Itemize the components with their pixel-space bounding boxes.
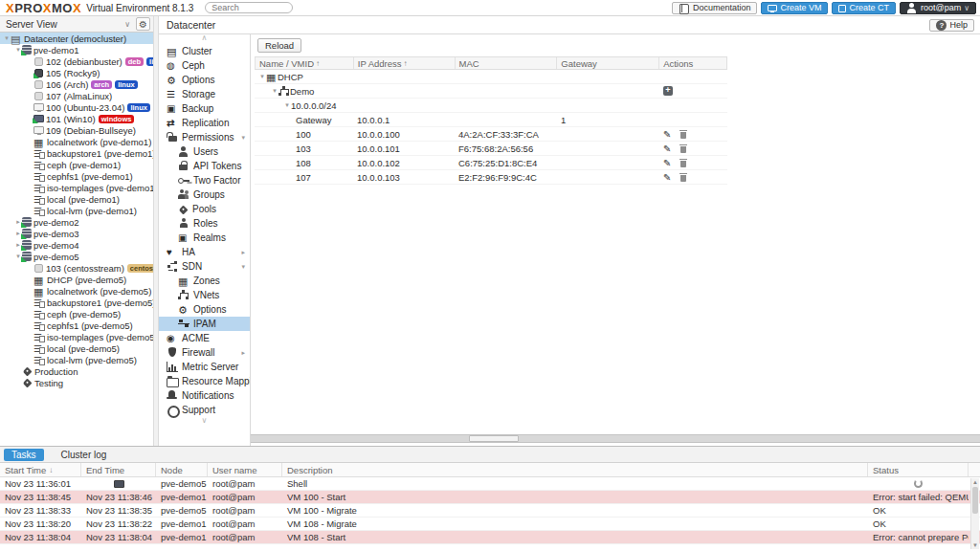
chevron-open-icon[interactable]: ▾ [271,87,278,95]
add-button-icon[interactable] [663,86,673,96]
tree-item-101-win10[interactable]: 101 (Win10)windows [0,113,153,124]
chevron-open-icon[interactable]: ▾ [283,101,291,109]
menu-item-notifications[interactable]: Notifications [159,388,250,403]
column-header-user-name[interactable]: User name [208,463,282,476]
menu-item-cluster[interactable]: Cluster [159,44,250,58]
ipam-row-107[interactable]: 10710.0.0.103E2:F2:96:F9:9C:4C [255,170,727,185]
menu-item-two-factor[interactable]: Two Factor [159,173,250,187]
tree-item-local-lvm-pve-demo1[interactable]: local-lvm (pve-demo1) [0,205,153,216]
column-header-actions[interactable]: Actions [658,57,726,69]
ipam-row-10-0-0-0-24[interactable]: ▾10.0.0.0/24 [255,99,727,113]
menu-item-users[interactable]: Users [159,144,250,159]
chevron-closed-icon[interactable]: ▸ [14,241,22,249]
task-row[interactable]: Nov 23 11:38:33Nov 23 11:38:35pve-demo5r… [0,504,980,518]
menu-item-zones[interactable]: Zones [159,274,250,288]
documentation-button[interactable]: Documentation [672,2,758,14]
menu-item-options[interactable]: Options [159,73,250,87]
tree-item-102-debianbuster[interactable]: 102 (debianbuster)deblinux [0,55,153,67]
ipam-row-103[interactable]: 10310.0.0.101F6:75:68:2A:56:56 [255,142,727,156]
menu-item-vnets[interactable]: VNets [159,288,250,302]
chevron-closed-icon[interactable]: ▸ [14,230,22,237]
edit-button-icon[interactable] [663,158,675,168]
tree-item-datacenter-democluster[interactable]: ▾Datacenter (democluster) [0,33,153,44]
menu-item-api-tokens[interactable]: API Tokens [159,159,250,173]
chevron-open-icon[interactable]: ▾ [14,253,22,260]
menu-item-options[interactable]: Options [159,302,250,317]
menu-item-ipam[interactable]: IPAM [159,317,250,331]
tree-item-103-centosstream[interactable]: 103 (centosstream)centoslinux [0,262,153,274]
menu-item-pools[interactable]: Pools [159,202,250,216]
tree-item-pve-demo5[interactable]: ▾pve-demo5 [0,251,153,262]
view-selector[interactable]: Server View [3,19,124,30]
ipam-row-108[interactable]: 10810.0.0.102C6:75:25:D1:8C:E4 [255,156,727,170]
column-header-gateway[interactable]: Gateway [556,57,658,69]
edit-button-icon[interactable] [663,172,675,183]
menu-item-roles[interactable]: Roles [159,216,250,231]
menu-item-ha[interactable]: HA▸ [159,245,250,259]
tree-item-backupstore1-pve-demo1[interactable]: backupstore1 (pve-demo1) [0,147,153,159]
delete-button-icon[interactable] [679,143,690,154]
menu-scroll-down-icon[interactable]: ∨ [159,417,250,427]
tree-item-pve-demo2[interactable]: ▸pve-demo2 [0,216,153,228]
menu-scroll-up-icon[interactable]: ∧ [159,34,250,44]
tree-item-localnetwork-pve-demo5[interactable]: localnetwork (pve-demo5) [0,285,153,297]
task-row[interactable]: Nov 23 11:36:01pve-demo5root@pamShell [0,477,980,491]
tree-item-100-ubuntu-23-04[interactable]: 100 (Ubuntu-23.04)linux [0,101,153,113]
tree-item-cephfs1-pve-demo5[interactable]: cephfs1 (pve-demo5) [0,320,153,331]
chevron-open-icon[interactable]: ▾ [258,73,266,80]
menu-item-groups[interactable]: Groups [159,187,250,202]
ipam-row-demo[interactable]: ▾Demo [255,84,727,99]
column-header-start-time[interactable]: Start Time↓ [0,463,81,476]
menu-item-metric-server[interactable]: Metric Server [159,360,250,374]
tree-item-local-lvm-pve-demo5[interactable]: local-lvm (pve-demo5) [0,354,153,365]
tree-item-backupstore1-pve-demo5[interactable]: backupstore1 (pve-demo5) [0,297,153,308]
column-header-description[interactable]: Description [282,463,868,476]
menu-item-replication[interactable]: Replication [159,116,250,130]
tasks-scrollbar[interactable]: ▲ ▼ [970,478,979,549]
column-header-end-time[interactable]: End Time [81,463,156,476]
column-header-mac[interactable]: MAC [455,57,557,69]
column-header-ip-address[interactable]: IP Address↑ [353,57,455,69]
reload-button[interactable]: Reload [257,38,301,53]
ipam-row-gateway[interactable]: Gateway10.0.0.11 [255,113,727,127]
scroll-up-icon[interactable]: ▲ [971,478,979,486]
tree-item-pve-demo1[interactable]: ▾pve-demo1 [0,44,153,55]
tree-item-cephfs1-pve-demo1[interactable]: cephfs1 (pve-demo1) [0,170,153,182]
tree-item-pve-demo3[interactable]: ▸pve-demo3 [0,228,153,239]
tree-item-dhcp-pve-demo5[interactable]: DHCP (pve-demo5) [0,274,153,285]
tree-item-109-debian-bullseye[interactable]: 109 (Debian-Bullseye) [0,124,153,136]
edit-button-icon[interactable] [663,143,675,154]
menu-item-realms[interactable]: Realms [159,231,250,245]
column-header-node[interactable]: Node [156,463,208,476]
tree-item-106-arch[interactable]: 106 (Arch)archlinux [0,78,153,90]
menu-item-support[interactable]: Support [159,403,250,417]
column-header-name-vmid[interactable]: Name / VMID↑ [255,57,353,69]
menu-item-resource-mappings[interactable]: Resource Mappings [159,374,250,388]
tree-item-pve-demo4[interactable]: ▸pve-demo4 [0,239,153,251]
column-header-status[interactable]: Status [868,463,969,476]
tab-tasks[interactable]: Tasks [4,449,44,461]
delete-button-icon[interactable] [679,129,690,140]
delete-button-icon[interactable] [679,158,690,168]
create-vm-button[interactable]: Create VM [761,2,828,14]
tree-item-iso-templages-pve-demo5[interactable]: iso-templages (pve-demo5) [0,331,153,342]
tree-item-ceph-pve-demo1[interactable]: ceph (pve-demo1) [0,159,153,170]
menu-item-backup[interactable]: Backup [159,101,250,116]
tree-item-iso-templages-pve-demo1[interactable]: iso-templages (pve-demo1) [0,182,153,193]
tree-item-production[interactable]: Production [0,365,153,377]
delete-button-icon[interactable] [679,172,690,183]
task-row[interactable]: Nov 23 11:38:20Nov 23 11:38:22pve-demo1r… [0,518,980,531]
ipam-row-dhcp[interactable]: ▾DHCP [255,70,727,84]
tab-cluster-log[interactable]: Cluster log [54,449,115,461]
menu-item-storage[interactable]: Storage [159,87,250,101]
tree-item-local-pve-demo1[interactable]: local (pve-demo1) [0,193,153,205]
edit-button-icon[interactable] [663,129,675,140]
tree-settings-button[interactable]: ⚙ [136,17,150,31]
help-button[interactable]: Help [929,19,974,32]
chevron-open-icon[interactable]: ▾ [3,34,11,42]
task-row[interactable]: Nov 23 11:38:04Nov 23 11:38:04pve-demo1r… [0,531,980,544]
tree-item-107-almalinux[interactable]: 107 (AlmaLinux) [0,90,153,101]
menu-item-acme[interactable]: ACME [159,331,250,345]
tree-item-localnetwork-pve-demo1[interactable]: localnetwork (pve-demo1) [0,136,153,147]
search-input[interactable] [205,2,293,13]
